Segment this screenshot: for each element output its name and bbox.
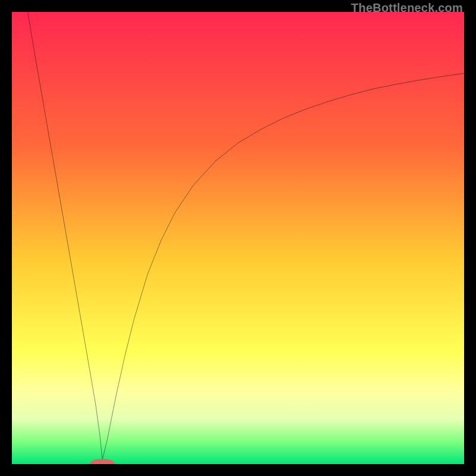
chart-background — [12, 12, 464, 464]
watermark-text: TheBottleneck.com — [351, 1, 463, 15]
chart-frame: TheBottleneck.com — [0, 0, 476, 476]
bottleneck-chart — [12, 12, 464, 464]
